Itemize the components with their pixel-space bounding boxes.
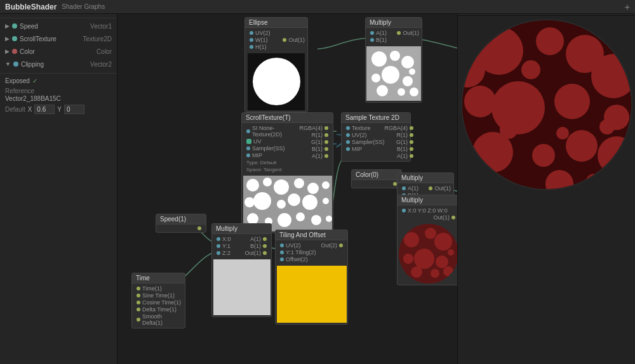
port-in — [217, 244, 220, 248]
param-label-scroll: ScrollTexture — [20, 36, 83, 42]
port-in — [250, 31, 253, 35]
param-dot-clipping — [13, 62, 18, 67]
param-label-speed: Speed — [20, 23, 90, 30]
svg-point-49 — [491, 81, 545, 134]
port-out — [263, 251, 267, 255]
port-row: H(1) — [248, 44, 305, 50]
node-multiply-top[interactable]: Multiply A(1) Out(1) B(1) — [365, 17, 422, 103]
expand-arrow: ▶ — [5, 23, 10, 29]
node-multiply-red-header: Multiply — [398, 195, 460, 205]
svg-point-19 — [253, 192, 271, 210]
param-speed[interactable]: ▶ Speed Vector1 — [0, 20, 117, 32]
node-speed[interactable]: Speed(1) — [156, 214, 206, 233]
port-out — [429, 186, 432, 190]
port-in — [346, 126, 350, 130]
node-speed-header: Speed(1) — [156, 214, 206, 224]
port-out — [197, 226, 201, 230]
node-multiply-red[interactable]: Multiply X:0 Y:0 Z:0 W:0 Out(1) — [397, 195, 460, 285]
param-clipping[interactable]: ▼ Clipping Vector2 — [0, 58, 117, 70]
port-out — [397, 31, 401, 35]
port-out-time — [137, 287, 140, 290]
svg-point-26 — [277, 213, 291, 227]
param-dot-color — [12, 49, 17, 54]
default-x-label: X — [28, 106, 32, 113]
default-y-input[interactable] — [64, 105, 84, 114]
multiply-lower-preview — [213, 259, 271, 315]
svg-point-48 — [464, 86, 496, 117]
param-type-speed: Vector1 — [90, 23, 112, 30]
svg-point-61 — [521, 60, 540, 79]
node-ellipse-header: Ellipse — [245, 18, 307, 28]
port-out — [410, 140, 413, 144]
port-row: UV(2) — [248, 30, 305, 36]
svg-point-10 — [409, 68, 415, 75]
svg-point-40 — [448, 249, 454, 256]
node-ellipse[interactable]: Ellipse UV(2) W(1) Out(1) H(1) — [244, 17, 308, 112]
exposed-check: ✓ — [32, 77, 37, 84]
node-sample-texture[interactable]: Sample Texture 2D Texture UV(2) Sampler(… — [341, 112, 411, 162]
port-in — [250, 45, 253, 49]
svg-point-2 — [390, 51, 400, 61]
port-out — [339, 244, 343, 247]
svg-point-13 — [263, 178, 272, 186]
svg-point-5 — [382, 66, 399, 84]
param-label-color: Color — [20, 48, 97, 55]
svg-point-20 — [277, 200, 286, 209]
ref-value: Vector2_188BA15C — [5, 95, 61, 102]
ref-label: Reference — [5, 88, 34, 94]
svg-point-62 — [599, 119, 615, 134]
svg-point-33 — [434, 233, 452, 250]
svg-point-31 — [404, 232, 419, 247]
exposed-row: Exposed ✓ — [0, 76, 117, 86]
port-row: W(1) Out(1) — [248, 37, 305, 43]
svg-point-29 — [326, 216, 332, 222]
node-scroll-header: ScrollTexture(T) — [242, 113, 333, 123]
port-out-rgba — [324, 126, 328, 130]
left-panel: ▶ Speed Vector1 ▶ ScrollTexture Texture2… — [0, 14, 117, 364]
param-color[interactable]: ▶ Color Color — [0, 45, 117, 58]
reference-row: Reference Vector2_188BA15C — [0, 86, 117, 103]
node-multiply-lower-header: Multiply — [212, 224, 271, 234]
node-scroll-texture[interactable]: ScrollTexture(T) SI None-Texture(2D) UV … — [241, 112, 333, 233]
svg-point-38 — [431, 269, 439, 278]
port-in-sampler — [246, 146, 250, 150]
svg-point-35 — [414, 249, 434, 269]
svg-point-14 — [274, 179, 289, 195]
svg-point-59 — [613, 35, 632, 60]
svg-point-36 — [436, 256, 448, 268]
expand-arrow3: ▶ — [5, 48, 10, 55]
svg-point-32 — [425, 228, 436, 239]
svg-point-6 — [403, 76, 413, 86]
svg-point-54 — [566, 130, 598, 162]
svg-point-27 — [296, 212, 305, 221]
port-out — [410, 133, 413, 137]
svg-point-45 — [536, 27, 564, 55]
node-tiling-offset[interactable]: Tiling And Offset UV(2) Y:1 Tiling(2) Of… — [275, 230, 348, 325]
ellipse-shape — [253, 58, 300, 105]
default-x-input[interactable] — [34, 105, 55, 114]
port-in-b — [370, 38, 374, 42]
port-out-delta — [137, 308, 140, 311]
port-in — [217, 237, 220, 241]
node-multiply-top-header: Multiply — [366, 18, 422, 28]
svg-point-28 — [311, 215, 321, 225]
port-in-a — [370, 31, 374, 35]
port-in — [280, 250, 284, 254]
svg-point-1 — [371, 51, 387, 67]
svg-point-7 — [377, 85, 388, 96]
node-time[interactable]: Time Time(1) Sine Time(1) Cosine Time(1)… — [131, 273, 185, 328]
node-color[interactable]: Color(0) — [351, 169, 402, 188]
node-multiply-lower[interactable]: Multiply X:0 Y:1 Z:2 A(1) — [211, 223, 272, 317]
port-in — [346, 140, 350, 144]
preview-panel: Main Preview — [457, 0, 635, 364]
port-out — [410, 147, 413, 151]
port-out-g — [324, 140, 328, 144]
app-subtitle: Shader Graphs — [62, 3, 105, 10]
svg-point-37 — [411, 266, 422, 278]
port-in — [346, 147, 350, 151]
port-out-b — [263, 244, 267, 248]
red-bubble-preview — [399, 224, 458, 283]
param-scroll-texture[interactable]: ▶ ScrollTexture Texture2D — [0, 32, 117, 45]
port-out — [410, 126, 413, 130]
add-button[interactable]: + — [625, 2, 630, 12]
